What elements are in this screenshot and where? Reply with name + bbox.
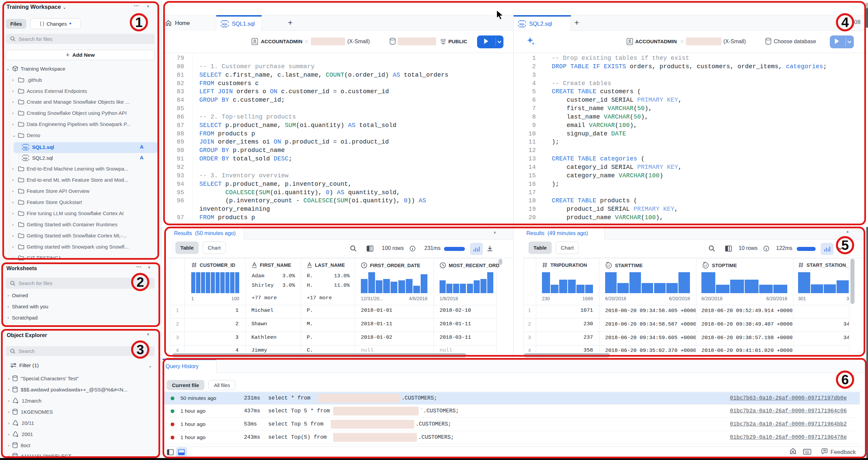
svg-text:SQL: SQL: [519, 22, 525, 25]
svg-text:SQL: SQL: [23, 146, 28, 149]
svg-text:SQL: SQL: [23, 157, 28, 160]
svg-text:SQL: SQL: [222, 22, 227, 25]
svg-text:LT: LT: [607, 264, 610, 267]
svg-text:LT: LT: [704, 264, 707, 267]
